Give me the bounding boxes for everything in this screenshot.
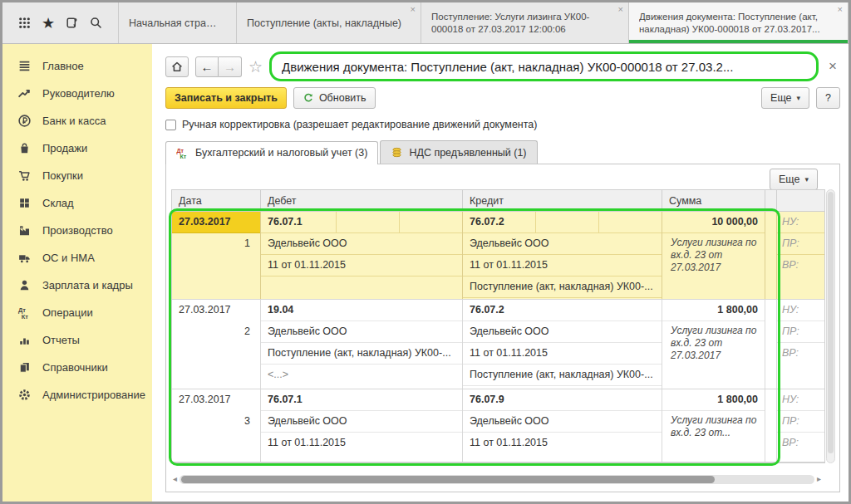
bag-icon — [17, 141, 32, 155]
sidebar-item-sales[interactable]: Продажи — [9, 135, 152, 162]
sidebar-item-label: Справочники — [42, 361, 108, 374]
forward-button[interactable]: → — [219, 56, 242, 77]
credit-account: 76.07.2 — [463, 300, 662, 321]
favorite-star-icon[interactable]: ☆ — [248, 57, 263, 76]
column-header-tax — [777, 190, 824, 212]
table-row[interactable]: 27.03.2017 3 76.07.1 Эдельвейс ООО 11 от… — [172, 389, 824, 462]
history-icon[interactable] — [62, 13, 82, 33]
column-header-amount: Сумма — [662, 190, 765, 212]
table-row[interactable]: 27.03.2017 2 19.04 Эдельвейс ООО Поступл… — [172, 300, 824, 389]
posting-comment: Услуги лизинга по вх.д. 23 от 27.03.2017 — [662, 321, 765, 362]
dtkt-color-icon: ДтКт — [176, 146, 189, 159]
credit-subconto: Эдельвейс ООО — [463, 411, 662, 433]
debit-subconto: <...> — [261, 365, 462, 386]
manual-adjustment-label: Ручная корректировка (разрешает редактир… — [182, 119, 537, 130]
close-icon[interactable]: × — [838, 5, 843, 14]
sidebar-item-manager[interactable]: Руководителю — [9, 80, 152, 107]
manual-adjustment-checkbox[interactable] — [165, 120, 176, 130]
credit-subconto: Поступление (акт, накладная) УК00-... — [463, 365, 662, 386]
sidebar-item-fixed-assets[interactable]: ОС и НМА — [9, 244, 152, 272]
tab-home[interactable]: Начальная страница — [119, 2, 237, 43]
sidebar-item-label: Главное — [42, 60, 84, 72]
form-nav-row: ← → ☆ Движения документа: Поступление (а… — [165, 51, 840, 82]
tax-label-nu: НУ: — [777, 212, 824, 233]
register-tabs: ДтКт Бухгалтерский и налоговый учет (3) … — [165, 140, 840, 164]
sidebar-item-label: Склад — [42, 197, 74, 209]
tab-label: Поступление (акты, накладные) — [247, 17, 401, 29]
tab-document-movements[interactable]: Движения документа: Поступление (акт, на… — [629, 2, 849, 43]
sidebar-item-purchases[interactable]: Покупки — [9, 162, 152, 189]
grid-menu-icon[interactable] — [14, 13, 34, 33]
tab-label: НДС предъявленный (1) — [409, 147, 526, 159]
close-icon[interactable]: × — [618, 5, 623, 14]
table-row[interactable]: 27.03.2017 1 76.07.1 Эдельвейс ООО 11 от… — [172, 212, 824, 300]
search-icon[interactable] — [86, 13, 106, 33]
sidebar-item-label: Банк и касса — [42, 115, 106, 127]
posting-date: 27.03.2017 — [172, 389, 260, 411]
table-more-button[interactable]: Еще ▾ — [770, 169, 818, 190]
tax-label-pr: ПР: — [777, 233, 824, 255]
dtkt-icon: ДтКт — [17, 306, 32, 320]
close-form-icon[interactable]: × — [825, 58, 840, 75]
sidebar-item-payroll-hr[interactable]: Зарплата и кадры — [9, 272, 152, 299]
sidebar-item-administration[interactable]: Администрирование — [9, 381, 152, 409]
tab-label: Начальная страница — [129, 17, 218, 29]
cart-icon — [17, 169, 32, 183]
gear-icon — [17, 388, 32, 402]
vertical-scrollbar-thumb[interactable] — [828, 192, 834, 453]
column-header-debit: Дебет — [261, 190, 463, 212]
credit-subconto: Эдельвейс ООО — [463, 233, 662, 255]
page-title: Движения документа: Поступление (акт, на… — [282, 60, 733, 74]
home-button[interactable] — [165, 56, 189, 77]
debit-account: 76.07.1 — [261, 212, 336, 232]
debit-subconto: Поступление (акт, накладная) УК00-... — [261, 343, 462, 365]
sidebar-item-warehouse[interactable]: Склад — [9, 189, 152, 217]
sidebar-item-label: Зарплата и кадры — [42, 279, 133, 291]
sidebar-item-label: ОС и НМА — [42, 252, 95, 264]
row-number: 3 — [172, 411, 260, 433]
tax-label-nu: НУ: — [777, 389, 824, 411]
back-button[interactable]: ← — [195, 56, 219, 77]
factory-icon — [17, 223, 32, 237]
tab-vat-register[interactable]: НДС предъявленный (1) — [380, 140, 537, 164]
favorites-star-icon[interactable]: ★ — [38, 13, 58, 33]
warehouse-icon — [17, 196, 32, 210]
sidebar-item-bank-cash[interactable]: Банк и касса — [9, 107, 152, 135]
section-sidebar: Главное Руководителю Банк и касса Продаж… — [2, 44, 152, 504]
ruble-icon — [17, 114, 32, 128]
help-button[interactable]: ? — [816, 87, 840, 109]
sidebar-item-reports[interactable]: Отчеты — [9, 326, 152, 354]
person-icon — [17, 278, 32, 292]
manual-adjustment-checkbox-row: Ручная корректировка (разрешает редактир… — [165, 117, 840, 132]
refresh-button[interactable]: Обновить — [293, 87, 376, 109]
tab-receipts-list[interactable]: Поступление (акты, накладные) × — [237, 2, 421, 43]
save-and-close-button[interactable]: Записать и закрыть — [165, 87, 287, 109]
horizontal-scrollbar-track[interactable] — [180, 475, 814, 484]
credit-subconto: Эдельвейс ООО — [463, 321, 662, 343]
sidebar-item-directories[interactable]: Справочники — [9, 354, 152, 381]
sidebar-item-production[interactable]: Производство — [9, 217, 152, 244]
close-icon[interactable]: × — [411, 5, 416, 14]
horizontal-scrollbar[interactable]: ◂ ▸ — [173, 473, 821, 485]
horizontal-scrollbar-thumb[interactable] — [181, 476, 715, 483]
tab-label: Поступление: Услуги лизинга УК00-000018 … — [431, 11, 610, 36]
more-button[interactable]: Еще ▾ — [761, 87, 809, 109]
tax-label-nu: НУ: — [777, 300, 824, 321]
row-number: 1 — [172, 233, 260, 255]
tab-accounting-register[interactable]: ДтКт Бухгалтерский и налоговый учет (3) — [165, 141, 378, 164]
quick-toolbar: ★ — [2, 2, 119, 43]
vertical-scrollbar[interactable] — [826, 189, 835, 463]
column-header-date: Дата — [172, 190, 261, 212]
top-bar: ★ Начальная страница Поступление (акты, … — [2, 2, 849, 44]
sidebar-item-main[interactable]: Главное — [9, 52, 152, 80]
tab-label: Движения документа: Поступление (акт, на… — [639, 11, 829, 36]
scroll-right-icon[interactable]: ▸ — [817, 475, 821, 483]
row-number: 2 — [172, 321, 260, 343]
scroll-left-icon[interactable]: ◂ — [173, 475, 177, 483]
sidebar-item-label: Продажи — [42, 142, 87, 154]
current-cell[interactable]: 27.03.2017 — [172, 212, 260, 233]
sidebar-item-operations[interactable]: ДтКт Операции — [9, 299, 152, 326]
books-icon — [17, 360, 32, 374]
debit-account: 19.04 — [261, 300, 462, 321]
tab-receipt-document[interactable]: Поступление: Услуги лизинга УК00-000018 … — [421, 2, 629, 43]
